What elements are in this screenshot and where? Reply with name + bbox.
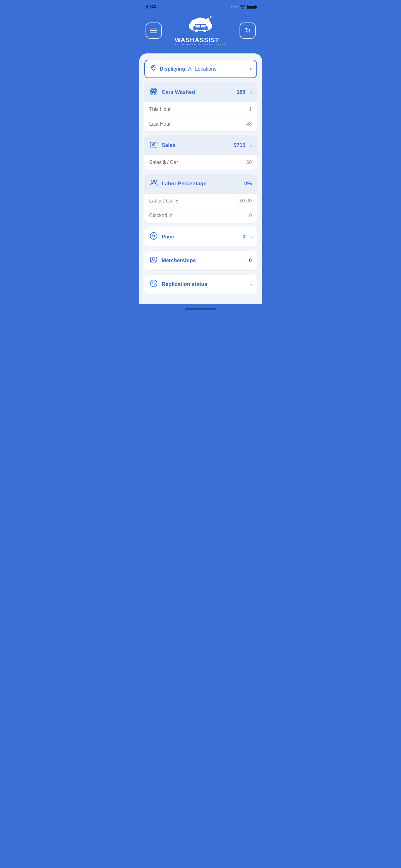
memberships-value: 0: [249, 257, 252, 264]
refresh-icon: ↻: [245, 27, 250, 35]
sales-per-car-label: Sales $ / Car: [149, 160, 178, 165]
labor-per-car-row: Labor / Car $ $0.00: [144, 193, 257, 208]
svg-point-15: [153, 67, 154, 68]
last-hour-value: 48: [246, 121, 252, 127]
menu-button[interactable]: [145, 23, 162, 39]
location-pin-icon: [150, 65, 157, 73]
svg-point-21: [154, 94, 156, 95]
location-label: Displaying:: [160, 66, 188, 71]
labor-per-car-value: $0.00: [239, 198, 252, 204]
clocked-in-row: Clocked in 0: [144, 208, 257, 223]
labor-title: Labor Percentage: [162, 181, 240, 187]
replication-status-card: Replication status ›: [144, 275, 257, 294]
location-selector[interactable]: Displaying: All Locations ›: [144, 60, 257, 78]
location-chevron-icon: ›: [249, 66, 251, 72]
replication-title: Replication status: [162, 281, 245, 287]
sales-chevron-icon: ›: [250, 143, 252, 148]
svg-point-24: [151, 180, 154, 183]
status-time: 3:34: [145, 4, 156, 10]
clocked-in-label: Clocked in: [149, 213, 173, 218]
refresh-button[interactable]: ↻: [239, 23, 256, 39]
labor-per-car-label: Labor / Car $: [149, 198, 178, 204]
sales-icon: [149, 140, 158, 151]
pace-title: Pace: [162, 234, 239, 240]
this-hour-label: This Hour: [149, 106, 171, 112]
svg-point-5: [210, 16, 212, 18]
logo-text: WASHASSIST: [175, 36, 226, 44]
svg-point-20: [151, 94, 153, 95]
sales-per-car-row: Sales $ / Car $0: [144, 155, 257, 170]
labor-value: 0%: [244, 181, 252, 187]
svg-point-6: [209, 20, 210, 22]
memberships-inner[interactable]: Memberships 0: [144, 251, 257, 270]
hamburger-icon: [150, 28, 157, 33]
location-value-text: All Locations: [188, 66, 216, 71]
pace-inner[interactable]: Pace 0 ›: [144, 227, 257, 247]
cars-washed-chevron-icon: ›: [250, 90, 252, 95]
pace-chevron-icon: ›: [250, 234, 252, 239]
svg-point-12: [195, 29, 198, 32]
wifi-icon: [239, 4, 245, 10]
signal-dots-icon: [231, 6, 238, 7]
status-bar: 3:34: [139, 0, 262, 12]
bottom-bar: [139, 304, 262, 314]
cars-washed-title: Cars Washed: [162, 89, 233, 95]
memberships-icon: [149, 255, 158, 266]
sales-card: Sales $715 › Sales $ / Car $0: [144, 135, 257, 170]
battery-icon: [247, 5, 256, 9]
pace-value: 0: [242, 234, 245, 240]
pace-icon: [149, 231, 158, 242]
labor-header: Labor Percentage 0%: [144, 174, 257, 193]
logo-subtext: BY MICROLOGIC ASSOCIATES: [175, 43, 226, 46]
sales-value: $715: [234, 142, 245, 148]
memberships-title: Memberships: [162, 257, 245, 264]
replication-inner[interactable]: Replication status ›: [144, 275, 257, 294]
svg-point-25: [154, 180, 157, 183]
svg-point-4: [207, 18, 209, 20]
this-hour-value: 1: [249, 106, 252, 112]
car-wash-icon: [149, 87, 158, 97]
sales-title: Sales: [162, 142, 230, 148]
sales-header[interactable]: Sales $715 ›: [144, 135, 257, 155]
svg-point-30: [150, 280, 157, 287]
sales-per-car-value: $0: [246, 160, 252, 165]
memberships-card: Memberships 0: [144, 251, 257, 270]
clocked-in-value: 0: [249, 213, 252, 218]
last-hour-row: Last Hour 48: [144, 117, 257, 131]
replication-icon: [149, 279, 158, 290]
phone-frame: 3:34: [139, 0, 262, 314]
svg-rect-10: [201, 25, 206, 28]
logo: WASHASSIST BY MICROLOGIC ASSOCIATES: [175, 15, 226, 46]
svg-point-29: [153, 258, 155, 260]
cars-washed-card: Cars Washed 188 › This Hour 1 Last Hour …: [144, 83, 257, 131]
svg-rect-9: [196, 25, 200, 28]
labor-card: Labor Percentage 0% Labor / Car $ $0.00 …: [144, 174, 257, 223]
logo-icon: [185, 15, 216, 35]
home-indicator: [185, 308, 216, 310]
svg-point-14: [203, 29, 206, 32]
replication-chevron-icon: ›: [250, 282, 252, 287]
main-content: Displaying: All Locations ›: [139, 54, 262, 304]
cars-washed-header[interactable]: Cars Washed 188 ›: [144, 83, 257, 102]
labor-icon: [149, 178, 158, 189]
last-hour-label: Last Hour: [149, 121, 171, 127]
this-hour-row: This Hour 1: [144, 102, 257, 117]
header: WASHASSIST BY MICROLOGIC ASSOCIATES ↻: [139, 12, 262, 54]
cars-washed-value: 188: [236, 89, 245, 95]
status-icons: [231, 4, 256, 10]
pace-card: Pace 0 ›: [144, 227, 257, 247]
